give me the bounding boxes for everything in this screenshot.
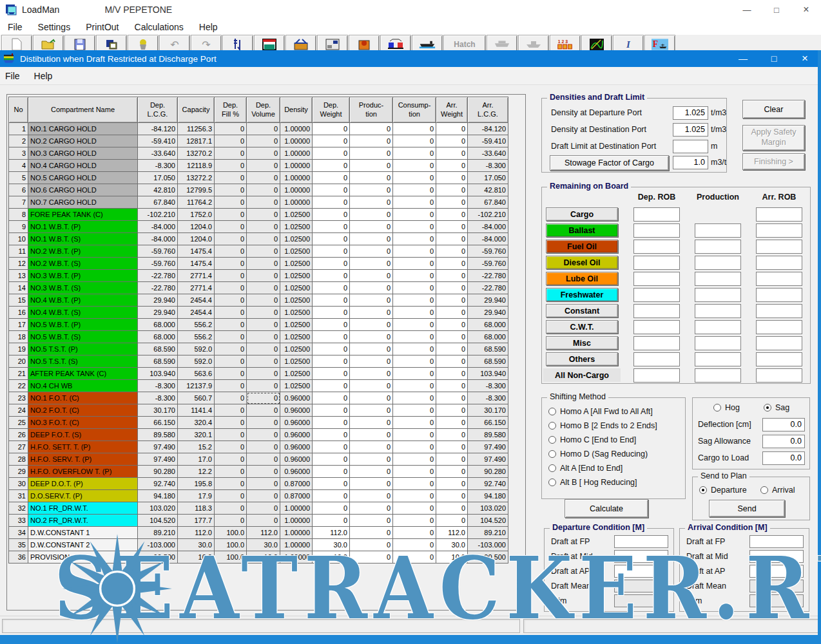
cell-depw[interactable]: 0 (313, 343, 350, 355)
cell-prod[interactable]: 0 (350, 380, 393, 392)
rob-input-dep[interactable] (633, 272, 680, 286)
cell-fill[interactable]: 0 (215, 172, 247, 184)
cell-arrw[interactable]: 0 (436, 515, 468, 527)
cell-prod[interactable]: 0 (350, 319, 393, 331)
stowage-factor-button[interactable]: Stowage Factor of Cargo (550, 155, 669, 171)
rob-button-cargo[interactable]: Cargo (546, 207, 618, 221)
cell-cons[interactable]: 0 (393, 429, 436, 441)
cell-vol[interactable]: 0 (247, 515, 280, 527)
cell-fill[interactable]: 0 (215, 404, 247, 417)
shifting-option-2[interactable]: Homo C [End to End] (548, 435, 636, 444)
rob-input-production[interactable] (695, 223, 741, 238)
finishing-button[interactable]: Finishing > (742, 153, 805, 170)
shifting-option-1[interactable]: Homo B [2 Ends to 2 Ends] (548, 421, 657, 430)
cell-cons[interactable]: 0 (393, 196, 436, 209)
cell-prod[interactable]: 0 (350, 490, 393, 502)
cell-prod[interactable]: 0 (350, 331, 393, 343)
cell-prod[interactable]: 0 (350, 258, 393, 270)
cell-fill[interactable]: 0 (215, 502, 247, 515)
cell-prod[interactable]: 0 (350, 404, 393, 417)
cell-arrw[interactable]: 112.0 (436, 527, 468, 539)
cell-vol[interactable]: 0 (247, 282, 280, 294)
cell-arrw[interactable]: 0 (436, 135, 468, 147)
cell-vol[interactable]: 0 (247, 233, 280, 245)
cell-prod[interactable]: 0 (350, 209, 393, 221)
cell-fill[interactable]: 0 (215, 123, 247, 135)
cell-vol[interactable]: 0 (247, 209, 280, 221)
rob-input-production[interactable] (695, 304, 741, 318)
cell-arrw[interactable]: 0 (436, 466, 468, 478)
menu-printout[interactable]: PrintOut (78, 21, 126, 33)
cell-depw[interactable]: 0 (313, 417, 350, 429)
cell-depw[interactable]: 0 (313, 392, 350, 404)
cell-cons[interactable]: 0 (393, 490, 436, 502)
cell-fill[interactable]: 0 (215, 355, 247, 368)
rob-input-dep[interactable] (633, 223, 680, 238)
cell-cons[interactable]: 0 (393, 392, 436, 404)
cell-fill[interactable]: 0 (215, 368, 247, 380)
cell-arrw[interactable]: 0 (436, 147, 468, 160)
cell-prod[interactable]: 0 (350, 245, 393, 258)
density-input-0[interactable]: 1.025 (673, 106, 708, 120)
cell-arrw[interactable]: 0 (436, 319, 468, 331)
cell-arrw[interactable]: 0 (436, 307, 468, 319)
cell-cons[interactable]: 0 (393, 319, 436, 331)
send-button[interactable]: Send (709, 500, 785, 517)
arrival-input-draft-at-ap[interactable] (749, 565, 804, 578)
hog-radio[interactable]: Hog (713, 403, 740, 412)
cell-depw[interactable]: 0 (313, 404, 350, 417)
cell-vol[interactable]: 0 (247, 343, 280, 355)
dialog-menu-file[interactable]: File (0, 70, 29, 82)
cell-depw[interactable]: 0 (313, 453, 350, 466)
cell-vol[interactable]: 0 (247, 331, 280, 343)
dialog-minimize-icon[interactable]: — (732, 50, 754, 67)
cell-prod[interactable]: 0 (350, 135, 393, 147)
cell-depw[interactable]: 0 (313, 258, 350, 270)
cell-prod[interactable]: 0 (350, 417, 393, 429)
cell-prod[interactable]: 0 (350, 355, 393, 368)
cell-arrw[interactable]: 0 (436, 270, 468, 282)
cell-cons[interactable]: 0 (393, 209, 436, 221)
rob-input-dep[interactable] (633, 352, 680, 366)
shifting-option-4[interactable]: Alt A [End to End] (548, 464, 623, 473)
cell-depw[interactable]: 0 (313, 209, 350, 221)
cell-vol[interactable]: 0 (247, 294, 280, 307)
cell-vol[interactable]: 30.0 (247, 539, 280, 551)
cell-vol[interactable]: 0 (247, 196, 280, 209)
cell-fill[interactable]: 100.0 (215, 551, 247, 564)
rob-input-dep[interactable] (633, 320, 680, 334)
cell-cons[interactable]: 0 (393, 466, 436, 478)
density-input-2[interactable] (673, 140, 708, 153)
cell-depw[interactable]: 0 (313, 184, 350, 196)
cell-depw[interactable]: 0 (313, 466, 350, 478)
rob-button-freshwater[interactable]: Freshwater (546, 288, 618, 301)
rob-input-arr[interactable] (756, 320, 802, 334)
cell-arrw[interactable]: 30.0 (436, 539, 468, 551)
cell-arrw[interactable]: 0 (436, 355, 468, 368)
cell-fill[interactable]: 0 (215, 147, 247, 160)
dialog-close-icon[interactable]: × (794, 50, 816, 67)
cell-arrw[interactable]: 0 (436, 490, 468, 502)
cell-depw[interactable]: 0 (313, 160, 350, 172)
cell-depw[interactable]: 0 (313, 355, 350, 368)
cell-prod[interactable]: 0 (350, 392, 393, 404)
cell-cons[interactable]: 0 (393, 172, 436, 184)
cell-vol[interactable]: 0 (247, 502, 280, 515)
cell-cons[interactable]: 0 (393, 245, 436, 258)
cell-vol[interactable]: 0 (247, 380, 280, 392)
cell-prod[interactable]: 0 (350, 453, 393, 466)
cell-prod[interactable]: 0 (350, 123, 393, 135)
cell-fill[interactable]: 0 (215, 392, 247, 404)
rob-input-dep[interactable] (633, 368, 680, 383)
cell-cons[interactable]: 0 (393, 135, 436, 147)
cell-fill[interactable]: 0 (215, 245, 247, 258)
cell-fill[interactable]: 0 (215, 453, 247, 466)
rob-input-production[interactable] (695, 336, 741, 350)
cell-fill[interactable]: 0 (215, 184, 247, 196)
cell-vol[interactable]: 0 (247, 258, 280, 270)
cell-arrw[interactable]: 0 (436, 502, 468, 515)
cell-vol[interactable]: 0 (247, 355, 280, 368)
cell-depw[interactable]: 0 (313, 331, 350, 343)
cell-vol[interactable]: 0 (247, 478, 280, 490)
cell-cons[interactable]: 0 (393, 417, 436, 429)
